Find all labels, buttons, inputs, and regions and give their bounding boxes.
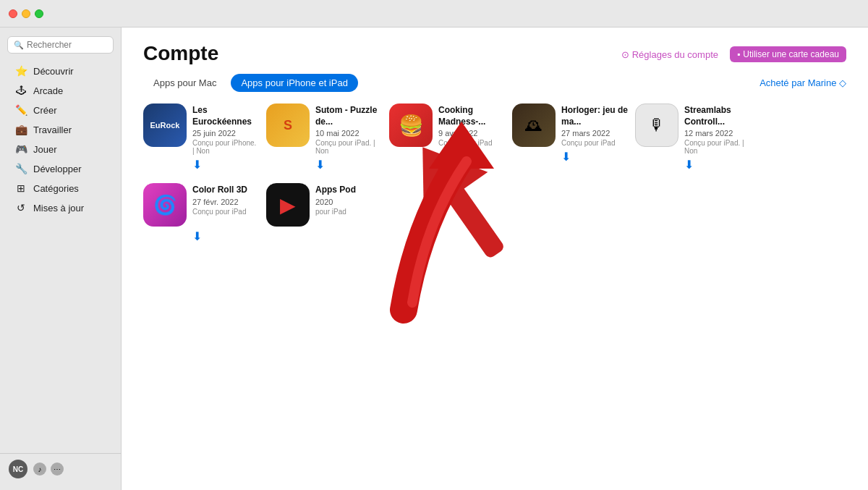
download-button-streamlabs[interactable]: ⬇ bbox=[684, 158, 694, 172]
dev-icon: 🔧 bbox=[14, 163, 27, 174]
app-name: Streamlabs Controll... bbox=[684, 105, 751, 127]
app-icon-eurock: EuRock bbox=[143, 104, 187, 147]
app-date: 27 févr. 2022 bbox=[192, 198, 259, 206]
app-icon-wrapper: S Sutom - Puzzle de... 10 mai 2022 Conçu… bbox=[266, 104, 382, 155]
app-compat: Conçu pour iPhone. | Non bbox=[192, 139, 259, 155]
footer-icons: ♪ ⋯ bbox=[33, 462, 64, 476]
app-compat: Conçu pour iPad bbox=[192, 208, 259, 216]
app-info-colorroll: Color Roll 3D 27 févr. 2022 Conçu pour i… bbox=[192, 183, 259, 216]
app-icon-wrapper: 🍔 Cooking Madness-... 9 avr. 2022 Conçu … bbox=[389, 104, 505, 147]
tab-iphone-ipad-apps[interactable]: Apps pour iPhone et iPad bbox=[231, 74, 357, 92]
content-header: Compte ⊙ Réglages du compte ▪ Utiliser u… bbox=[122, 28, 868, 65]
app-item-horloger[interactable]: 🕰 Horloger: jeu de ma... 27 mars 2022 Co… bbox=[512, 104, 628, 172]
app-compat: Conçu pour iPad bbox=[561, 139, 628, 147]
sidebar-item-label: Catégories bbox=[33, 183, 79, 194]
sidebar-item-mises-a-jour[interactable]: ↺ Mises à jour bbox=[4, 198, 116, 217]
gift-icon: ▪ bbox=[737, 49, 740, 59]
app-compat: Conçu pour iPad. | Non bbox=[684, 139, 751, 155]
sidebar-item-label: Travailler bbox=[33, 124, 72, 135]
app-name: Horloger: jeu de ma... bbox=[561, 105, 628, 127]
work-icon: 💼 bbox=[14, 124, 27, 135]
sidebar-item-creer[interactable]: ✏️ Créer bbox=[4, 101, 116, 119]
app-info-sutom: Sutom - Puzzle de... 10 mai 2022 Conçu p… bbox=[315, 104, 382, 155]
app-name: Cooking Madness-... bbox=[438, 105, 505, 127]
download-button-horloger[interactable]: ⬇ bbox=[561, 150, 571, 164]
app-icon-colorroll: 🌀 bbox=[143, 183, 187, 227]
download-button-colorroll[interactable]: ⬇ bbox=[192, 229, 202, 243]
create-icon: ✏️ bbox=[14, 104, 27, 116]
gift-card-link[interactable]: ▪ Utiliser une carte cadeau bbox=[730, 46, 846, 62]
app-item-sutom[interactable]: S Sutom - Puzzle de... 10 mai 2022 Conçu… bbox=[266, 104, 382, 172]
sidebar-item-categories[interactable]: ⊞ Catégories bbox=[4, 179, 116, 198]
page-title: Compte bbox=[143, 42, 218, 65]
app-date: 12 mars 2022 bbox=[684, 129, 751, 138]
person-icon: ⊙ bbox=[621, 49, 629, 60]
sidebar-item-arcade[interactable]: 🕹 Arcade bbox=[4, 81, 116, 100]
app-item-streamlabs[interactable]: 🎙 Streamlabs Controll... 12 mars 2022 Co… bbox=[635, 104, 751, 172]
sidebar-footer: NC ♪ ⋯ bbox=[0, 453, 121, 484]
app-compat: Conçu pour iPad bbox=[438, 139, 505, 147]
sidebar-item-jouer[interactable]: 🎮 Jouer bbox=[4, 140, 116, 159]
sidebar-item-decouvrir[interactable]: ⭐ Découvrir bbox=[4, 62, 116, 80]
sidebar-item-label: Mises à jour bbox=[33, 203, 84, 214]
minimize-button[interactable] bbox=[22, 9, 30, 18]
app-icon-streamlabs: 🎙 bbox=[635, 104, 678, 147]
bought-by: Acheté par Marine ◇ bbox=[760, 77, 846, 88]
download-button-cooking[interactable]: ⬇ bbox=[438, 150, 448, 164]
close-button[interactable] bbox=[9, 9, 17, 18]
search-bar[interactable]: 🔍 bbox=[7, 36, 114, 54]
app-body: 🔍 ⭐ Découvrir 🕹 Arcade ✏️ Créer 💼 Travai… bbox=[0, 28, 868, 490]
sidebar-item-label: Découvrir bbox=[33, 66, 74, 77]
main-content: Compte ⊙ Réglages du compte ▪ Utiliser u… bbox=[122, 28, 868, 490]
tabs-left: Apps pour Mac Apps pour iPhone et iPad bbox=[143, 74, 358, 92]
speaker-icon[interactable]: ♪ bbox=[33, 462, 46, 476]
search-icon: 🔍 bbox=[14, 41, 24, 50]
app-icon-wrapper: 🎙 Streamlabs Controll... 12 mars 2022 Co… bbox=[635, 104, 751, 155]
app-name: Les Eurockéennes bbox=[192, 105, 259, 127]
maximize-button[interactable] bbox=[35, 9, 43, 18]
app-item-eurock[interactable]: EuRock Les Eurockéennes 25 juin 2022 Con… bbox=[143, 104, 259, 172]
app-item-cooking[interactable]: 🍔 Cooking Madness-... 9 avr. 2022 Conçu … bbox=[389, 104, 505, 172]
menu-icon[interactable]: ⋯ bbox=[51, 462, 64, 476]
search-input[interactable] bbox=[27, 40, 107, 50]
apps-row-2: 🌀 Color Roll 3D 27 févr. 2022 Conçu pour… bbox=[143, 183, 846, 243]
tab-mac-apps[interactable]: Apps pour Mac bbox=[143, 74, 226, 92]
sidebar: 🔍 ⭐ Découvrir 🕹 Arcade ✏️ Créer 💼 Travai… bbox=[0, 28, 122, 490]
play-icon: 🎮 bbox=[14, 143, 27, 155]
apps-section: EuRock Les Eurockéennes 25 juin 2022 Con… bbox=[122, 92, 868, 490]
download-button-eurock[interactable]: ⬇ bbox=[192, 158, 202, 172]
traffic-lights bbox=[9, 9, 43, 18]
categories-icon: ⊞ bbox=[14, 182, 27, 194]
app-icon-wrapper: 🕰 Horloger: jeu de ma... 27 mars 2022 Co… bbox=[512, 104, 628, 147]
app-icon-wrapper: ▶ Apps Pod 2020 pour iPad bbox=[266, 183, 382, 227]
app-info-streamlabs: Streamlabs Controll... 12 mars 2022 Conç… bbox=[684, 104, 751, 155]
app-name: Sutom - Puzzle de... bbox=[315, 105, 382, 127]
app-item-dubsado[interactable]: ▶ Apps Pod 2020 pour iPad bbox=[266, 183, 382, 243]
app-info-dubsado: Apps Pod 2020 pour iPad bbox=[315, 183, 382, 216]
sidebar-item-label: Développer bbox=[33, 164, 82, 174]
titlebar bbox=[0, 0, 868, 28]
sidebar-item-travailler[interactable]: 💼 Travailler bbox=[4, 120, 116, 139]
updates-icon: ↺ bbox=[14, 202, 27, 214]
app-name: Color Roll 3D bbox=[192, 185, 259, 196]
app-compat: pour iPad bbox=[315, 208, 382, 216]
tabs-row: Apps pour Mac Apps pour iPhone et iPad A… bbox=[122, 65, 868, 92]
bought-by-user[interactable]: Marine ◇ bbox=[808, 77, 846, 88]
app-date: 2020 bbox=[315, 198, 382, 206]
sidebar-item-developper[interactable]: 🔧 Développer bbox=[4, 159, 116, 178]
arcade-icon: 🕹 bbox=[14, 85, 27, 96]
sidebar-item-label: Jouer bbox=[33, 144, 57, 155]
app-info-eurock: Les Eurockéennes 25 juin 2022 Conçu pour… bbox=[192, 104, 259, 155]
app-item-colorroll[interactable]: 🌀 Color Roll 3D 27 févr. 2022 Conçu pour… bbox=[143, 183, 259, 243]
download-button-sutom[interactable]: ⬇ bbox=[315, 158, 325, 172]
sidebar-item-label: Créer bbox=[33, 105, 57, 116]
avatar[interactable]: NC bbox=[9, 460, 27, 478]
app-info-horloger: Horloger: jeu de ma... 27 mars 2022 Conç… bbox=[561, 104, 628, 147]
account-settings-link[interactable]: ⊙ Réglages du compte bbox=[621, 49, 718, 60]
sidebar-item-label: Arcade bbox=[33, 85, 63, 96]
app-compat: Conçu pour iPad. | Non bbox=[315, 139, 382, 155]
app-icon-cooking: 🍔 bbox=[389, 104, 433, 147]
apps-row-1: EuRock Les Eurockéennes 25 juin 2022 Con… bbox=[143, 104, 846, 172]
app-icon-wrapper: 🌀 Color Roll 3D 27 févr. 2022 Conçu pour… bbox=[143, 183, 259, 227]
app-date: 10 mai 2022 bbox=[315, 129, 382, 138]
